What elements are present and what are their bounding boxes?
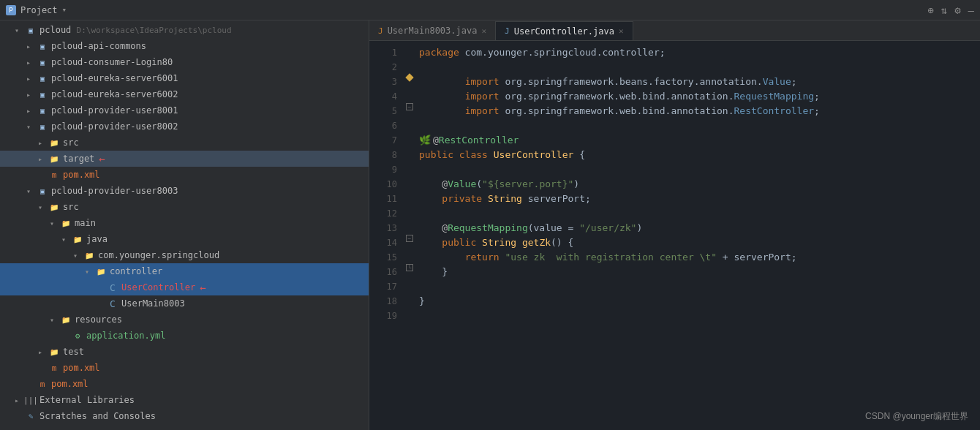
tab-close-2[interactable]: ✕: [619, 26, 624, 36]
tab-label-2: UserController.java: [514, 26, 614, 37]
bookmark-diamond-3: [405, 73, 413, 81]
xml-icon-pom8002: m: [48, 169, 60, 181]
module-icon-6: ▣: [37, 105, 48, 116]
folder-icon-java: 📁: [72, 233, 83, 245]
tree-item-src-8002[interactable]: 📁 src: [0, 135, 369, 151]
tree-item-application-yml[interactable]: ⚙ application.yml: [0, 328, 369, 344]
module-icon: ▣: [25, 24, 37, 36]
fold-5[interactable]: −: [406, 103, 413, 110]
code-line-7: 🌿 @RestController: [419, 133, 980, 148]
tree-item-external-libs[interactable]: ||| External Libraries: [0, 392, 369, 408]
java-icon-tab1: J: [378, 26, 383, 36]
tree-item-pom-8003[interactable]: m pom.xml: [0, 360, 369, 376]
arrow-controller: [85, 268, 95, 276]
folder-icon-target: 📁: [48, 153, 60, 165]
arrows-icon[interactable]: ⇅: [941, 4, 947, 16]
arrow-src-8002: [38, 139, 48, 147]
tree-item-user8002[interactable]: ▣ pcloud-provider-user8002: [0, 118, 369, 135]
title-bar: P Project ▾ ⊕ ⇅ ⚙ —: [0, 0, 980, 20]
arrow-eureka6002: [26, 91, 37, 99]
arrow-pcloud: [15, 26, 25, 34]
spring-bean-icon: 🌿: [419, 133, 431, 148]
module-icon-5: ▣: [37, 88, 48, 100]
java-class-icon-controller: C: [107, 282, 118, 293]
java-class-icon-main8003: C: [107, 298, 118, 309]
code-content[interactable]: package com.younger.springcloud.controll…: [404, 41, 980, 328]
module-icon-4: ▣: [37, 72, 48, 84]
tree-item-user8001[interactable]: ▣ pcloud-provider-user8001: [0, 102, 369, 118]
code-line-4: import org.springframework.web.bind.anno…: [419, 89, 980, 104]
tree-item-login80[interactable]: ▣ pcloud-consumer-Login80: [0, 54, 369, 70]
tree-item-resources[interactable]: 📁 resources: [0, 312, 369, 328]
tree-item-pom-8002[interactable]: m pom.xml: [0, 167, 369, 183]
code-line-11: private String serverPort;: [419, 192, 980, 206]
code-line-12: [419, 206, 980, 221]
folder-icon-resources: 📁: [60, 314, 72, 325]
arrow-java-8003: [61, 235, 72, 244]
tree-item-eureka6002[interactable]: ▣ pcloud-eureka-server6002: [0, 86, 369, 102]
module-icon-2: ▣: [37, 40, 48, 52]
fold-16[interactable]: └: [406, 264, 413, 271]
tree-item-usermain8003[interactable]: C UserMain8003: [0, 295, 369, 312]
code-line-16: }: [419, 265, 980, 279]
module-icon-7: ▣: [37, 121, 48, 132]
scratches-icon: ✎: [25, 410, 37, 422]
watermark: CSDN @younger编程世界: [865, 410, 968, 423]
tree-item-scratches[interactable]: ✎ Scratches and Consoles: [0, 408, 369, 424]
globe-icon[interactable]: ⊕: [927, 4, 933, 16]
tree-item-src-8003[interactable]: 📁 src: [0, 199, 369, 215]
project-title: Project: [20, 5, 58, 15]
tree-item-eureka6001[interactable]: ▣ pcloud-eureka-server6001: [0, 70, 369, 86]
tree-item-usercontroller[interactable]: C UserController ←: [0, 279, 369, 295]
folder-icon-controller: 📁: [95, 265, 107, 277]
arrow-test: [38, 348, 48, 356]
tree-item-target-8002[interactable]: 📁 target ←: [0, 151, 369, 167]
code-line-18: }: [419, 294, 980, 309]
code-line-15: return "use zk with registration center …: [419, 250, 980, 265]
tab-close-1[interactable]: ✕: [481, 26, 486, 36]
tab-label-1: UserMain8003.java: [388, 26, 478, 36]
tree-item-pom-root[interactable]: m pom.xml: [0, 376, 369, 392]
folder-icon-main: 📁: [60, 217, 72, 229]
code-line-13: @RequestMapping(value = "/user/zk"): [419, 221, 980, 235]
code-line-10: @Value("${server.port}"): [419, 177, 980, 192]
code-line-14: public String getZk() {: [419, 235, 980, 250]
arrow-login80: [26, 59, 37, 67]
red-arrow-controller: ←: [200, 282, 206, 293]
title-bar-icons: ⊕ ⇅ ⚙ —: [927, 4, 974, 16]
tree-item-api-commons[interactable]: ▣ pcloud-api-commons: [0, 38, 369, 54]
file-tree[interactable]: ▣ pcloud D:\workspace\IdeaProjects\pclou…: [0, 20, 369, 430]
yaml-icon: ⚙: [72, 330, 83, 342]
module-icon-3: ▣: [37, 56, 48, 68]
code-area: 1 2 3 4 5 6 7 8 9 10 11 12 13 14 15 16 1…: [369, 41, 980, 430]
tree-item-main-8003[interactable]: 📁 main: [0, 215, 369, 231]
arrow-target-8002: [38, 155, 48, 163]
code-line-3: import org.springframework.beans.factory…: [419, 75, 980, 89]
tab-usermain8003[interactable]: J UserMain8003.java ✕: [369, 21, 496, 40]
tab-bar: J UserMain8003.java ✕ J UserController.j…: [369, 20, 980, 41]
sidebar: ▣ pcloud D:\workspace\IdeaProjects\pclou…: [0, 20, 369, 430]
gear-icon[interactable]: ⚙: [954, 4, 960, 16]
tree-item-user8003[interactable]: ▣ pcloud-provider-user8003: [0, 183, 369, 199]
xml-icon-pom-root: m: [37, 378, 48, 390]
tree-item-java-8003[interactable]: 📁 java: [0, 231, 369, 247]
minimize-icon[interactable]: —: [968, 4, 974, 16]
editor-area: J UserMain8003.java ✕ J UserController.j…: [369, 20, 980, 430]
arrow-api-commons: [26, 42, 37, 50]
arrow-user8002: [26, 123, 37, 131]
code-line-2: [419, 60, 980, 75]
tree-item-pcloud[interactable]: ▣ pcloud D:\workspace\IdeaProjects\pclou…: [0, 22, 369, 38]
project-dropdown[interactable]: ▾: [62, 5, 67, 15]
project-icon: P: [6, 5, 16, 15]
arrow-resources: [50, 316, 60, 324]
fold-14[interactable]: −: [406, 235, 413, 242]
arrow-user8003: [26, 187, 37, 195]
code-line-9: [419, 162, 980, 177]
tree-item-package[interactable]: 📁 com.younger.springcloud: [0, 247, 369, 263]
code-line-8: public class UserController {: [419, 148, 980, 162]
arrow-src-8003: [38, 203, 48, 211]
java-icon-tab2: J: [505, 26, 510, 36]
tab-usercontroller[interactable]: J UserController.java ✕: [496, 21, 633, 40]
tree-item-controller[interactable]: 📁 controller: [0, 263, 369, 279]
tree-item-test[interactable]: 📁 test: [0, 344, 369, 360]
